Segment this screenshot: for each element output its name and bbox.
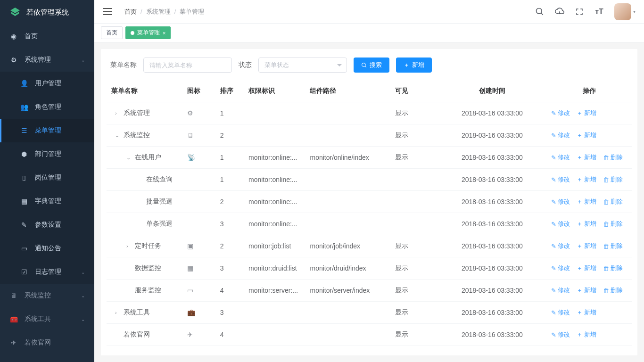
row-visible <box>390 169 438 191</box>
row-perm <box>244 124 305 147</box>
table-header: 菜单名称 图标 排序 权限标识 组件路径 可见 创建时间 操作 <box>107 80 632 102</box>
edit-link[interactable]: ✎修改 <box>551 175 570 184</box>
row-visible: 显示 <box>390 324 438 346</box>
add-link[interactable]: ＋新增 <box>577 286 596 295</box>
search-icon[interactable] <box>535 7 545 16</box>
edit-link[interactable]: ✎修改 <box>551 330 570 339</box>
row-comp <box>305 191 390 213</box>
tree-expand-icon[interactable]: › <box>115 310 121 315</box>
cloud-download-icon[interactable] <box>555 7 564 16</box>
sidebar-item-notice[interactable]: ▭通知公告 <box>0 237 94 260</box>
add-link[interactable]: ＋新增 <box>577 175 596 184</box>
row-sort: 3 <box>215 302 244 324</box>
close-icon[interactable]: × <box>163 30 165 36</box>
search-icon <box>361 62 367 68</box>
gear-icon: ⚙ <box>187 109 194 116</box>
tab-menu[interactable]: 菜单管理 × <box>125 26 171 39</box>
edit-link[interactable]: ✎修改 <box>551 220 570 228</box>
screen-icon: ▭ <box>187 287 194 293</box>
sidebar-item-log[interactable]: ☑日志管理⌄ <box>0 260 94 284</box>
add-link[interactable]: ＋新增 <box>577 308 596 317</box>
delete-link[interactable]: 🗑删除 <box>603 286 623 295</box>
hamburger-icon[interactable] <box>103 7 112 16</box>
edit-link[interactable]: ✎修改 <box>551 109 570 117</box>
main: 首页 / 系统管理 / 菜单管理 тT ▾ 首页 菜单管理 × <box>94 0 644 362</box>
edit-link[interactable]: ✎修改 <box>551 131 570 140</box>
delete-link[interactable]: 🗑删除 <box>603 197 623 206</box>
plus-icon: ＋ <box>577 286 583 295</box>
row-perm: monitor:online:... <box>244 169 305 191</box>
tree-expand-icon[interactable]: › <box>126 243 132 249</box>
tab-home[interactable]: 首页 <box>101 26 123 39</box>
add-button[interactable]: ＋ 新增 <box>396 58 432 73</box>
row-visible: 显示 <box>390 235 438 257</box>
table-row: 单条强退3monitor:online:...2018-03-16 03:33:… <box>107 213 632 235</box>
tree-expand-icon[interactable]: ⌄ <box>126 155 132 161</box>
add-link[interactable]: ＋新增 <box>577 153 596 162</box>
edit-link[interactable]: ✎修改 <box>551 308 570 317</box>
table-row: ›定时任务▣2monitor:job:listmonitor/job/index… <box>107 235 632 257</box>
add-link[interactable]: ＋新增 <box>577 330 596 339</box>
table-row: 若依官网✈4显示2018-03-16 03:33:00✎修改＋新增 <box>107 324 632 346</box>
row-time: 2018-03-16 03:33:00 <box>438 147 546 169</box>
row-perm: monitor:job:list <box>244 235 305 257</box>
row-comp: monitor/job/index <box>305 235 390 257</box>
edit-link[interactable]: ✎修改 <box>551 264 570 272</box>
edit-link[interactable]: ✎修改 <box>551 286 570 295</box>
font-size-icon[interactable]: тT <box>594 7 604 16</box>
sidebar-item-post[interactable]: ▯岗位管理 <box>0 166 94 189</box>
row-comp <box>305 302 390 324</box>
sidebar-item-menu[interactable]: ☰菜单管理 <box>0 119 94 142</box>
delete-link[interactable]: 🗑删除 <box>603 264 623 272</box>
add-link[interactable]: ＋新增 <box>577 242 596 250</box>
edit-icon: ✎ <box>551 198 556 206</box>
row-time: 2018-03-16 03:33:00 <box>438 191 546 213</box>
row-visible: 显示 <box>390 302 438 324</box>
sidebar-item-home[interactable]: ◉ 首页 <box>0 25 94 48</box>
row-name: 在线查询 <box>146 175 173 184</box>
sidebar-item-monitor[interactable]: 🖥系统监控⌄ <box>0 284 94 307</box>
sidebar-item-tool[interactable]: 🧰系统工具⌄ <box>0 307 94 331</box>
edit-link[interactable]: ✎修改 <box>551 197 570 206</box>
row-perm: monitor:online:... <box>244 147 305 169</box>
delete-link[interactable]: 🗑删除 <box>603 153 623 162</box>
row-name: 系统监控 <box>124 131 150 140</box>
plane-icon: ✈ <box>187 331 194 337</box>
fullscreen-icon[interactable] <box>575 7 584 16</box>
tree-expand-icon[interactable]: ⌄ <box>115 132 121 139</box>
chevron-down-icon: ⌄ <box>81 293 85 298</box>
sidebar-item-config[interactable]: ✎参数设置 <box>0 213 94 237</box>
add-link[interactable]: ＋新增 <box>577 264 596 272</box>
briefcase-icon: 🧰 <box>9 315 18 323</box>
state-select[interactable]: 菜单状态 <box>258 58 347 73</box>
delete-link[interactable]: 🗑删除 <box>603 220 623 228</box>
plane-icon: ✈ <box>9 339 18 346</box>
add-link[interactable]: ＋新增 <box>577 220 596 228</box>
add-link[interactable]: ＋新增 <box>577 131 596 140</box>
sidebar-item-site[interactable]: ✈若依官网 <box>0 331 94 354</box>
search-button[interactable]: 搜索 <box>354 58 389 73</box>
sidebar-item-system[interactable]: ⚙ 系统管理 ⌄ <box>0 48 94 72</box>
row-comp: monitor/online/index <box>305 147 390 169</box>
avatar-dropdown[interactable]: ▾ <box>614 3 636 20</box>
edit-link[interactable]: ✎修改 <box>551 153 570 162</box>
edit-icon: ✎ <box>551 265 556 272</box>
sidebar-item-role[interactable]: 👥角色管理 <box>0 95 94 119</box>
tree-expand-icon[interactable]: › <box>115 110 121 116</box>
delete-link[interactable]: 🗑删除 <box>603 175 623 184</box>
menu-name-input[interactable] <box>143 58 232 73</box>
sidebar-item-dict[interactable]: ▤字典管理 <box>0 189 94 213</box>
plus-icon: ＋ <box>577 197 583 206</box>
table-row: ›系统工具💼3显示2018-03-16 03:33:00✎修改＋新增 <box>107 302 632 324</box>
sidebar-item-user[interactable]: 👤用户管理 <box>0 72 94 95</box>
add-link[interactable]: ＋新增 <box>577 197 596 206</box>
add-link[interactable]: ＋新增 <box>577 109 596 117</box>
delete-link[interactable]: 🗑删除 <box>603 242 623 250</box>
row-name: 单条强退 <box>146 220 173 228</box>
edit-link[interactable]: ✎修改 <box>551 242 570 250</box>
breadcrumb-home[interactable]: 首页 <box>124 8 137 16</box>
table-row: 批量强退2monitor:online:...2018-03-16 03:33:… <box>107 191 632 213</box>
row-perm: monitor:online:... <box>244 213 305 235</box>
sidebar-item-dept[interactable]: ⬢部门管理 <box>0 142 94 166</box>
plus-icon: ＋ <box>577 264 583 272</box>
